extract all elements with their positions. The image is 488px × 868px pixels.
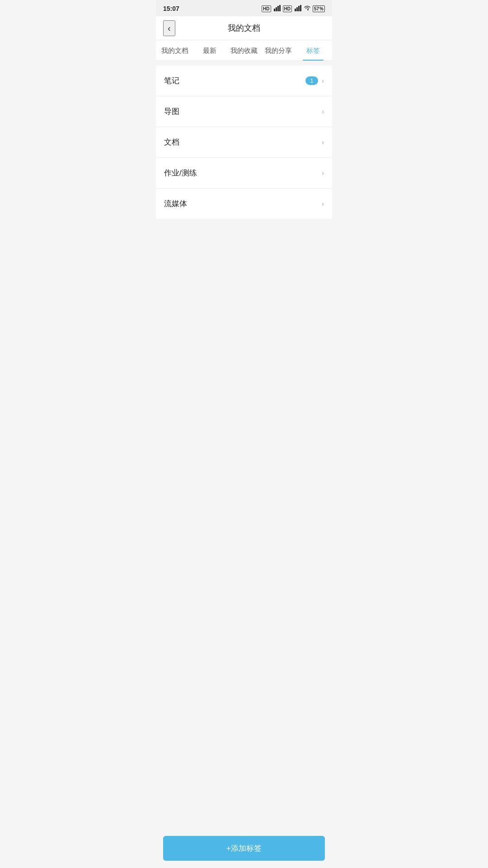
chevron-icon-docs: › bbox=[322, 138, 324, 146]
hd-icon: HD bbox=[262, 5, 271, 12]
svg-rect-3 bbox=[279, 5, 281, 11]
list-item-label-docs: 文档 bbox=[164, 137, 179, 147]
tabs-bar: 我的文档 最新 我的收藏 我的分享 标签 bbox=[156, 40, 332, 61]
tab-tags[interactable]: 标签 bbox=[296, 40, 330, 61]
svg-rect-7 bbox=[300, 5, 301, 11]
battery-icon: 57 % bbox=[313, 5, 325, 12]
signal-icon2 bbox=[295, 5, 302, 13]
list-item-label-mindmap: 导图 bbox=[164, 106, 179, 117]
svg-rect-4 bbox=[295, 9, 296, 11]
wifi-icon bbox=[304, 5, 311, 12]
status-bar: 15:07 HD HD bbox=[156, 0, 332, 16]
tab-favorites[interactable]: 我的收藏 bbox=[227, 40, 261, 61]
list-item-homework[interactable]: 作业/测练 › bbox=[156, 158, 332, 189]
back-button[interactable]: ‹ bbox=[163, 20, 175, 36]
svg-rect-6 bbox=[298, 6, 300, 11]
list-item-label-homework: 作业/测练 bbox=[164, 168, 197, 178]
badge-notes: 1 bbox=[305, 76, 318, 85]
tab-shared[interactable]: 我的分享 bbox=[261, 40, 296, 61]
status-icons: HD HD 57 bbox=[262, 5, 325, 13]
chevron-icon-streaming: › bbox=[322, 200, 324, 208]
tab-my-docs[interactable]: 我的文档 bbox=[158, 40, 192, 61]
list-item-docs[interactable]: 文档 › bbox=[156, 127, 332, 158]
list-item-notes[interactable]: 笔记 1 › bbox=[156, 66, 332, 96]
header: ‹ 我的文档 bbox=[156, 16, 332, 40]
svg-rect-5 bbox=[296, 7, 298, 11]
chevron-icon-notes: › bbox=[322, 77, 324, 85]
tab-recent[interactable]: 最新 bbox=[192, 40, 226, 61]
chevron-icon-mindmap: › bbox=[322, 108, 324, 116]
page-title: 我的文档 bbox=[228, 23, 260, 33]
svg-rect-1 bbox=[276, 7, 277, 11]
svg-rect-2 bbox=[277, 6, 279, 11]
signal-icon bbox=[274, 5, 281, 13]
list-item-mindmap[interactable]: 导图 › bbox=[156, 96, 332, 127]
list-item-label-streaming: 流媒体 bbox=[164, 198, 187, 209]
list-item-streaming[interactable]: 流媒体 › bbox=[156, 189, 332, 219]
content-list: 笔记 1 › 导图 › 文档 › 作业/测练 › 流媒体 bbox=[156, 66, 332, 219]
list-item-label-notes: 笔记 bbox=[164, 75, 179, 86]
status-time: 15:07 bbox=[163, 5, 179, 12]
chevron-icon-homework: › bbox=[322, 169, 324, 177]
svg-rect-0 bbox=[274, 9, 275, 11]
hd-icon2: HD bbox=[283, 5, 292, 12]
